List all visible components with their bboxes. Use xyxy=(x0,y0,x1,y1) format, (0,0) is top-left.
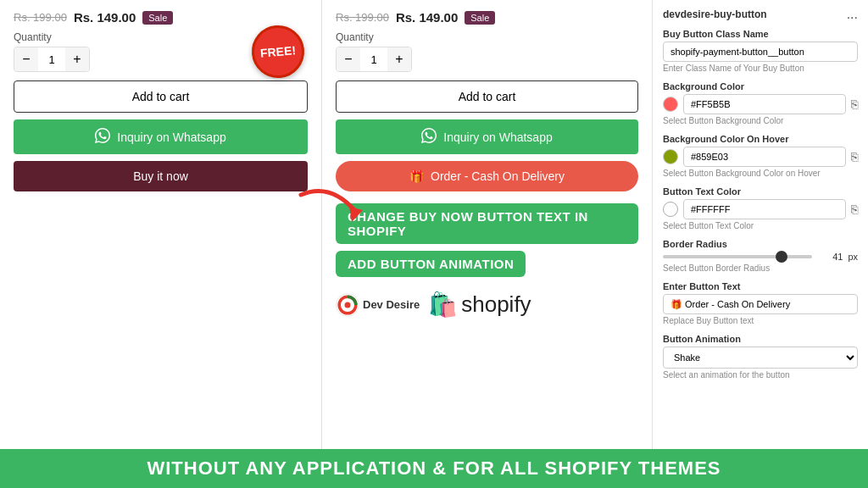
sidebar-bgcolor-row: ⎘ xyxy=(663,94,858,114)
sidebar-animation-select[interactable]: Shake xyxy=(663,347,858,369)
shopify-logo: 🛍️ shopify xyxy=(428,291,531,319)
sidebar-textcolor-input[interactable] xyxy=(683,199,846,219)
center-qty-value: 1 xyxy=(360,53,387,66)
sidebar-title: devdesire-buy-button xyxy=(663,8,767,20)
left-price-row: Rs. 199.00 Rs. 149.00 Sale xyxy=(14,10,308,25)
shopify-brand-text: shopify xyxy=(461,291,531,318)
sidebar-field-bgcolor-hover: Background Color On Hover ⎘ Select Butto… xyxy=(663,134,858,178)
left-qty-plus[interactable]: + xyxy=(65,47,89,71)
sidebar-buttontext-input[interactable] xyxy=(663,294,858,314)
logos-row: Dev Desire 🛍️ shopify xyxy=(336,291,638,319)
sidebar-panel: devdesire-buy-button ... Buy Button Clas… xyxy=(653,0,868,449)
center-cod-button[interactable]: 🎁 Order - Cash On Delivery xyxy=(336,161,638,191)
bottom-banner-text: WITHOUT ANY APPLICATION & FOR ALL SHOPIF… xyxy=(147,458,721,479)
center-add-cart-button[interactable]: Add to cart xyxy=(336,80,638,113)
center-price-original: Rs. 199.00 xyxy=(336,11,389,24)
center-price-sale: Rs. 149.00 xyxy=(396,10,458,25)
sidebar-bgcolor-copy-icon[interactable]: ⎘ xyxy=(851,97,858,111)
shopify-bag-icon: 🛍️ xyxy=(428,291,458,319)
sidebar-borderradius-value: 41 xyxy=(817,252,843,262)
center-whatsapp-button[interactable]: Inquiry on Whatsapp xyxy=(336,119,638,154)
cod-gift-icon: 🎁 xyxy=(409,169,424,183)
whatsapp-icon-center xyxy=(421,128,437,146)
sidebar-textcolor-swatch[interactable] xyxy=(663,202,678,217)
sidebar-classname-input[interactable] xyxy=(663,42,858,62)
center-qty-plus[interactable]: + xyxy=(387,47,411,71)
center-qty-minus[interactable]: − xyxy=(337,47,360,71)
sidebar-field-bgcolor: Background Color ⎘ Select Button Backgro… xyxy=(663,81,858,125)
bottom-banner: WITHOUT ANY APPLICATION & FOR ALL SHOPIF… xyxy=(0,449,868,488)
sidebar-borderradius-hint: Select Button Border Radius xyxy=(663,263,858,273)
dev-desire-logo: Dev Desire xyxy=(336,293,420,317)
svg-point-3 xyxy=(345,302,351,308)
sidebar-borderradius-slider[interactable] xyxy=(663,255,812,258)
left-qty-value: 1 xyxy=(38,53,65,66)
sidebar-bgcolor-hover-row: ⎘ xyxy=(663,147,858,167)
sidebar-borderradius-row: 41 px xyxy=(663,252,858,262)
sidebar-bgcolor-hover-input[interactable] xyxy=(683,147,846,167)
sidebar-textcolor-copy-icon[interactable]: ⎘ xyxy=(851,202,858,216)
sidebar-field-buttontext: Enter Button Text Replace Buy Button tex… xyxy=(663,281,858,325)
left-whatsapp-button[interactable]: Inquiry on Whatsapp xyxy=(14,119,308,154)
sidebar-bgcolor-hover-hint: Select Button Background Color on Hover xyxy=(663,169,858,178)
sidebar-buttontext-hint: Replace Buy Button text xyxy=(663,316,858,325)
left-whatsapp-label: Inquiry on Whatsapp xyxy=(117,130,225,144)
left-add-cart-button[interactable]: Add to cart xyxy=(14,80,308,113)
sidebar-field-borderradius: Border Radius 41 px Select Button Border… xyxy=(663,239,858,273)
sidebar-bgcolor-hover-swatch[interactable] xyxy=(663,149,678,164)
headline1-box: CHANGE BUY NOW BUTTON TEXT IN SHOPIFY xyxy=(336,203,638,244)
dev-desire-text: Dev Desire xyxy=(363,298,420,311)
center-price-row: Rs. 199.00 Rs. 149.00 Sale xyxy=(336,10,638,25)
sidebar-textcolor-hint: Select Button Text Color xyxy=(663,221,858,230)
center-cod-label: Order - Cash On Delivery xyxy=(431,169,565,183)
sidebar-bgcolor-swatch[interactable] xyxy=(663,97,678,112)
left-buy-now-button[interactable]: Buy it now xyxy=(14,161,308,191)
sidebar-borderradius-label: Border Radius xyxy=(663,239,858,249)
sidebar-classname-hint: Enter Class Name of Your Buy Button xyxy=(663,64,858,73)
sidebar-bgcolor-hint: Select Button Background Color xyxy=(663,116,858,125)
sidebar-bgcolor-input[interactable] xyxy=(683,94,846,114)
sidebar-animation-label: Button Animation xyxy=(663,334,858,344)
sidebar-bgcolor-label: Background Color xyxy=(663,81,858,92)
sidebar-field-classname: Buy Button Class Name Enter Class Name o… xyxy=(663,29,858,73)
left-price-original: Rs. 199.00 xyxy=(14,11,67,24)
sidebar-field-animation: Button Animation Shake Select an animati… xyxy=(663,334,858,380)
whatsapp-icon-left xyxy=(95,128,110,146)
center-quantity-label: Quantity xyxy=(336,31,638,43)
center-panel: Rs. 199.00 Rs. 149.00 Sale Quantity − 1 … xyxy=(322,0,653,449)
svg-marker-0 xyxy=(349,207,363,222)
left-panel: Rs. 199.00 Rs. 149.00 Sale Quantity − 1 … xyxy=(0,0,322,449)
text-overlay-section: CHANGE BUY NOW BUTTON TEXT IN SHOPIFY AD… xyxy=(336,203,638,319)
left-price-sale: Rs. 149.00 xyxy=(74,10,136,25)
sidebar-textcolor-label: Button Text Color xyxy=(663,186,858,197)
left-sale-badge: Sale xyxy=(142,11,173,25)
sidebar-buttontext-label: Enter Button Text xyxy=(663,281,858,291)
center-sale-badge: Sale xyxy=(465,11,495,25)
center-whatsapp-label: Inquiry on Whatsapp xyxy=(443,130,552,144)
sidebar-animation-hint: Select an animation for the button xyxy=(663,370,858,380)
left-quantity-control: − 1 + xyxy=(14,47,90,72)
sidebar-field-textcolor: Button Text Color ⎘ Select Button Text C… xyxy=(663,186,858,230)
sidebar-bgcolor-hover-copy-icon[interactable]: ⎘ xyxy=(851,150,858,164)
left-qty-minus[interactable]: − xyxy=(14,47,38,71)
sidebar-bgcolor-hover-label: Background Color On Hover xyxy=(663,134,858,144)
sidebar-classname-label: Buy Button Class Name xyxy=(663,29,858,39)
arrow-container xyxy=(297,178,356,229)
sidebar-textcolor-row: ⎘ xyxy=(663,199,858,219)
sidebar-dots-menu[interactable]: ... xyxy=(847,7,858,22)
sidebar-borderradius-unit: px xyxy=(848,252,858,262)
center-quantity-control: − 1 + xyxy=(336,47,412,72)
headline2-box: ADD BUTTON ANIMATION xyxy=(336,251,526,277)
